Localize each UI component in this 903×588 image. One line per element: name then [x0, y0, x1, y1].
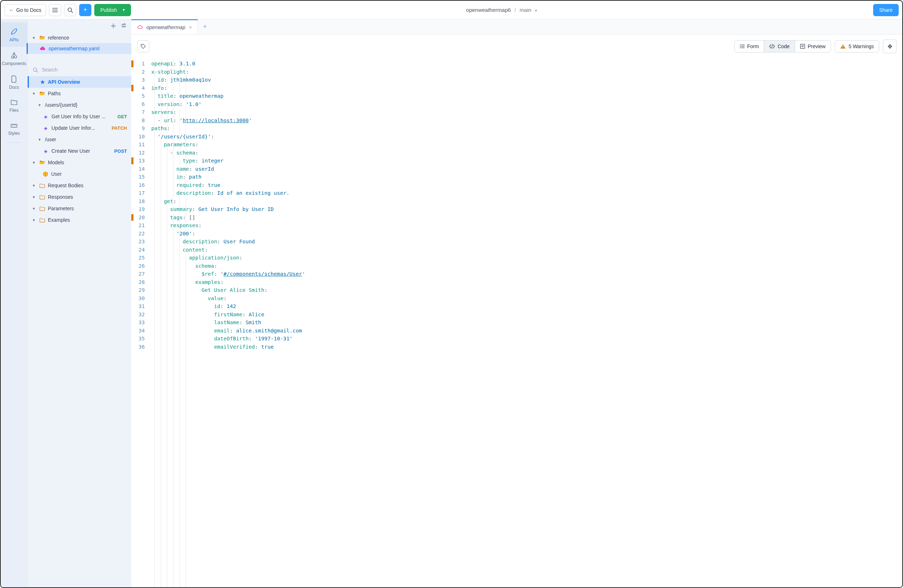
collapse-icon[interactable] — [121, 23, 126, 29]
add-button[interactable]: + — [79, 4, 91, 16]
chevron-down-icon: ▼ — [32, 218, 36, 222]
folder-icon — [39, 206, 45, 211]
add-tab-button[interactable]: + — [198, 23, 212, 31]
chevron-down-icon: ▼ — [32, 161, 36, 165]
search-icon — [33, 67, 38, 73]
branch-name: main — [519, 7, 532, 13]
tag-button[interactable] — [137, 40, 149, 52]
code-editor[interactable]: 1234567891011121314151617181920212223242… — [131, 58, 902, 587]
folder-icon — [39, 195, 45, 199]
editor-panel: openweathermap × + — [131, 19, 902, 587]
folder-open-icon — [39, 160, 45, 165]
code-content[interactable]: openapi: 3.1.0x-stoplight: id: jth1mkm0a… — [149, 58, 305, 587]
nav-paths[interactable]: ▼ Paths — [28, 88, 131, 99]
svg-rect-2 — [11, 124, 17, 127]
book-icon — [800, 44, 805, 49]
warnings-button[interactable]: 5 Warnings — [835, 40, 879, 52]
chevron-down-icon: ▼ — [32, 36, 36, 40]
nav-op-create-user[interactable]: ◈ Create New User POST — [28, 145, 131, 157]
move-button[interactable]: ✥ — [883, 39, 897, 53]
code-icon — [769, 44, 775, 49]
share-label: Share — [879, 7, 893, 13]
cube-icon — [43, 171, 48, 177]
close-icon[interactable]: × — [189, 24, 192, 30]
sidebar-search[interactable] — [28, 63, 131, 76]
folder-open-icon — [39, 35, 45, 40]
publish-button[interactable]: Publish ▼ — [94, 4, 131, 16]
tab-title: openweathermap — [146, 24, 185, 30]
view-code-button[interactable]: Code — [764, 41, 795, 52]
nav-request-bodies[interactable]: ▼ Request Bodies — [28, 180, 131, 191]
tab-openweathermap[interactable]: openweathermap × — [131, 19, 198, 34]
folder-icon — [10, 99, 17, 106]
nav-models[interactable]: ▼ Models — [28, 157, 131, 168]
method-badge: PATCH — [112, 125, 127, 131]
shapes-icon — [10, 52, 17, 59]
rail-files[interactable]: Files — [1, 94, 27, 117]
nav-model-user[interactable]: User — [28, 168, 131, 180]
operation-icon: ◈ — [43, 149, 49, 154]
move-icon: ✥ — [887, 43, 892, 50]
chevron-down-icon: ▼ — [32, 183, 36, 188]
view-mode-segment: Form Code Preview — [734, 40, 831, 52]
file-openweathermap[interactable]: openweathermap.yaml — [27, 43, 131, 54]
search-icon — [67, 7, 73, 13]
back-button[interactable]: ← Go to Docs — [4, 4, 46, 16]
share-button[interactable]: Share — [873, 4, 899, 16]
operation-icon: ◈ — [43, 125, 49, 131]
search-button[interactable] — [64, 4, 76, 16]
hamburger-icon — [52, 8, 58, 13]
view-form-button[interactable]: Form — [735, 41, 765, 52]
svg-rect-6 — [801, 44, 805, 49]
chevron-down-icon: ▼ — [32, 207, 36, 211]
nav-examples[interactable]: ▼ Examples — [28, 214, 131, 226]
editor-toolbar: Form Code Preview — [131, 34, 902, 58]
cloud-icon — [137, 25, 143, 29]
nav-parameters[interactable]: ▼ Parameters — [28, 203, 131, 214]
operation-icon: ◈ — [43, 114, 49, 119]
back-label: Go to Docs — [16, 7, 41, 13]
pen-icon — [10, 27, 18, 35]
nav-op-get-user[interactable]: ◈ Get User Info by User ... GET — [28, 111, 131, 122]
menu-button[interactable] — [49, 4, 61, 16]
nav-op-update-user[interactable]: ◈ Update User Infor... PATCH — [28, 122, 131, 134]
publish-label: Publish — [101, 7, 117, 13]
topbar: ← Go to Docs + Publish ▼ openweathermap6… — [1, 1, 902, 19]
rail-apis[interactable]: APIs — [1, 22, 27, 47]
tag-icon — [140, 44, 146, 49]
target-icon[interactable] — [110, 23, 116, 29]
chevron-down-icon: ▼ — [122, 8, 126, 12]
arrow-left-icon: ← — [9, 7, 14, 13]
star-icon: ★ — [40, 79, 45, 85]
chevron-down-icon: ▼ — [32, 92, 36, 96]
list-icon — [740, 44, 745, 49]
svg-point-1 — [14, 56, 17, 58]
chevron-down-icon: ▼ — [38, 138, 42, 142]
file-tree: ▼ reference openweathermap.yaml — [28, 32, 131, 63]
breadcrumb[interactable]: openweathermap6 / main ▼ — [134, 7, 870, 13]
project-name: openweathermap6 — [466, 7, 511, 13]
folder-reference[interactable]: ▼ reference — [28, 32, 131, 43]
api-overview[interactable]: ★ API Overview — [28, 76, 131, 88]
folder-open-icon — [39, 91, 45, 96]
cloud-icon — [39, 46, 46, 51]
svg-point-3 — [113, 25, 115, 27]
view-preview-button[interactable]: Preview — [795, 41, 831, 52]
nav-responses[interactable]: ▼ Responses — [28, 191, 131, 203]
nav-path-users-id[interactable]: ▼ /users/{userId} — [28, 99, 131, 111]
editor-tabs: openweathermap × + — [131, 19, 902, 34]
rail-components[interactable]: Components — [1, 47, 27, 71]
method-badge: POST — [115, 149, 127, 154]
rail-styles[interactable]: Styles — [1, 117, 27, 140]
folder-icon — [39, 183, 45, 188]
ruler-icon — [10, 122, 17, 129]
warning-icon — [840, 44, 846, 49]
nav-path-user[interactable]: ▼ /user — [28, 134, 131, 145]
svg-point-5 — [142, 45, 142, 45]
rail-docs[interactable]: Docs — [1, 71, 27, 94]
search-input[interactable] — [42, 67, 126, 73]
chevron-down-icon: ▼ — [32, 195, 36, 199]
file-icon — [11, 75, 17, 83]
nav-rail: APIs Components Docs Files — [1, 19, 28, 587]
line-gutter: 1234567891011121314151617181920212223242… — [131, 58, 149, 587]
